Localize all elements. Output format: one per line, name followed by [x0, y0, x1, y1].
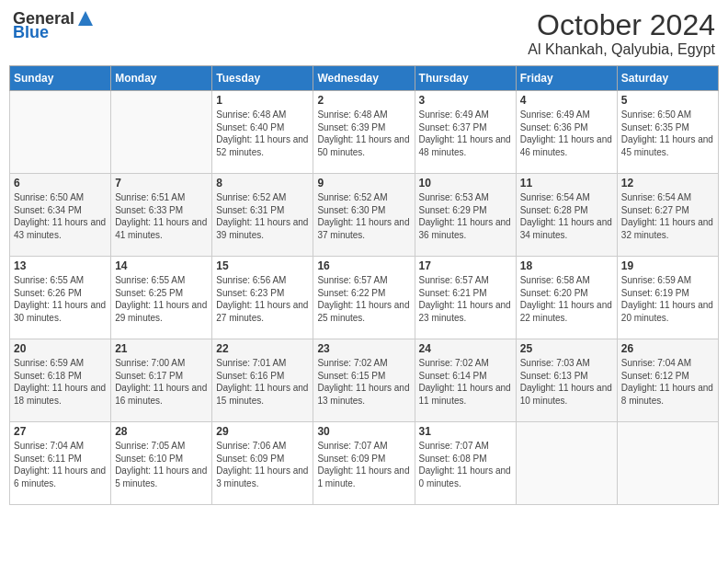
cell-info: Sunrise: 7:04 AM Sunset: 6:11 PM Dayligh… [14, 440, 107, 489]
cell-info: Sunrise: 6:49 AM Sunset: 6:36 PM Dayligh… [520, 109, 613, 158]
calendar-cell: 5 Sunrise: 6:50 AM Sunset: 6:35 PM Dayli… [617, 91, 718, 174]
header-monday: Monday [111, 66, 212, 91]
header-sunday: Sunday [10, 66, 111, 91]
calendar-cell: 22 Sunrise: 7:01 AM Sunset: 6:16 PM Dayl… [212, 339, 313, 422]
cell-info: Sunrise: 7:02 AM Sunset: 6:14 PM Dayligh… [419, 357, 512, 407]
cell-info: Sunrise: 6:52 AM Sunset: 6:30 PM Dayligh… [317, 191, 410, 241]
cell-info: Sunrise: 6:59 AM Sunset: 6:19 PM Dayligh… [621, 274, 714, 324]
header-thursday: Thursday [415, 66, 516, 91]
day-number: 30 [317, 425, 410, 438]
day-number: 9 [317, 177, 410, 190]
day-number: 17 [419, 259, 512, 272]
cell-info: Sunrise: 6:51 AM Sunset: 6:33 PM Dayligh… [115, 191, 208, 241]
day-number: 8 [216, 177, 309, 190]
calendar-cell: 28 Sunrise: 7:05 AM Sunset: 6:10 PM Dayl… [111, 422, 212, 505]
cell-info: Sunrise: 6:58 AM Sunset: 6:20 PM Dayligh… [520, 274, 613, 324]
day-number: 25 [520, 342, 613, 355]
cell-info: Sunrise: 7:01 AM Sunset: 6:16 PM Dayligh… [216, 357, 309, 407]
calendar-cell: 2 Sunrise: 6:48 AM Sunset: 6:39 PM Dayli… [313, 91, 415, 174]
cell-info: Sunrise: 6:57 AM Sunset: 6:22 PM Dayligh… [317, 274, 410, 324]
cell-info: Sunrise: 6:53 AM Sunset: 6:29 PM Dayligh… [419, 191, 512, 241]
day-number: 16 [317, 259, 410, 272]
week-row-4: 20 Sunrise: 6:59 AM Sunset: 6:18 PM Dayl… [10, 339, 719, 422]
title-block: October 2024 Al Khankah, Qalyubia, Egypt [528, 9, 715, 58]
week-row-5: 27 Sunrise: 7:04 AM Sunset: 6:11 PM Dayl… [10, 422, 719, 505]
cell-info: Sunrise: 6:52 AM Sunset: 6:31 PM Dayligh… [216, 191, 309, 241]
calendar-table: SundayMondayTuesdayWednesdayThursdayFrid… [9, 65, 719, 505]
logo-blue: Blue [13, 24, 95, 40]
calendar-cell: 19 Sunrise: 6:59 AM Sunset: 6:19 PM Dayl… [617, 257, 718, 339]
cell-info: Sunrise: 6:48 AM Sunset: 6:40 PM Dayligh… [216, 109, 309, 158]
day-number: 12 [621, 177, 714, 190]
day-number: 15 [216, 259, 309, 272]
day-number: 11 [520, 177, 613, 190]
cell-info: Sunrise: 7:03 AM Sunset: 6:13 PM Dayligh… [520, 357, 613, 407]
calendar-cell: 10 Sunrise: 6:53 AM Sunset: 6:29 PM Dayl… [415, 174, 516, 257]
cell-info: Sunrise: 7:07 AM Sunset: 6:09 PM Dayligh… [317, 440, 410, 489]
logo-block: General Blue [13, 9, 95, 40]
calendar-cell: 11 Sunrise: 6:54 AM Sunset: 6:28 PM Dayl… [516, 174, 617, 257]
calendar-cell: 26 Sunrise: 7:04 AM Sunset: 6:12 PM Dayl… [617, 339, 718, 422]
day-number: 21 [115, 342, 208, 355]
cell-info: Sunrise: 6:54 AM Sunset: 6:27 PM Dayligh… [621, 191, 714, 241]
day-number: 5 [621, 94, 714, 107]
day-number: 14 [115, 259, 208, 272]
calendar-cell: 8 Sunrise: 6:52 AM Sunset: 6:31 PM Dayli… [212, 174, 313, 257]
cell-info: Sunrise: 6:56 AM Sunset: 6:23 PM Dayligh… [216, 274, 309, 324]
calendar-cell: 23 Sunrise: 7:02 AM Sunset: 6:15 PM Dayl… [313, 339, 415, 422]
day-number: 31 [419, 425, 512, 438]
header-tuesday: Tuesday [212, 66, 313, 91]
day-number: 19 [621, 259, 714, 272]
month-title: October 2024 [528, 9, 715, 41]
day-number: 7 [115, 177, 208, 190]
week-row-2: 6 Sunrise: 6:50 AM Sunset: 6:34 PM Dayli… [10, 174, 719, 257]
day-number: 28 [115, 425, 208, 438]
calendar-cell: 7 Sunrise: 6:51 AM Sunset: 6:33 PM Dayli… [111, 174, 212, 257]
cell-info: Sunrise: 7:00 AM Sunset: 6:17 PM Dayligh… [115, 357, 208, 407]
day-number: 29 [216, 425, 309, 438]
day-number: 26 [621, 342, 714, 355]
calendar-cell: 12 Sunrise: 6:54 AM Sunset: 6:27 PM Dayl… [617, 174, 718, 257]
calendar-cell: 3 Sunrise: 6:49 AM Sunset: 6:37 PM Dayli… [415, 91, 516, 174]
calendar-cell [10, 91, 111, 174]
week-row-3: 13 Sunrise: 6:55 AM Sunset: 6:26 PM Dayl… [10, 257, 719, 339]
day-number: 3 [419, 94, 512, 107]
day-number: 10 [419, 177, 512, 190]
calendar-cell: 30 Sunrise: 7:07 AM Sunset: 6:09 PM Dayl… [313, 422, 415, 505]
cell-info: Sunrise: 6:55 AM Sunset: 6:26 PM Dayligh… [14, 274, 107, 324]
calendar-cell: 21 Sunrise: 7:00 AM Sunset: 6:17 PM Dayl… [111, 339, 212, 422]
calendar-cell [516, 422, 617, 505]
calendar-cell: 29 Sunrise: 7:06 AM Sunset: 6:09 PM Dayl… [212, 422, 313, 505]
calendar-cell: 14 Sunrise: 6:55 AM Sunset: 6:25 PM Dayl… [111, 257, 212, 339]
cell-info: Sunrise: 7:07 AM Sunset: 6:08 PM Dayligh… [419, 440, 512, 489]
calendar-cell: 20 Sunrise: 6:59 AM Sunset: 6:18 PM Dayl… [10, 339, 111, 422]
calendar-cell: 18 Sunrise: 6:58 AM Sunset: 6:20 PM Dayl… [516, 257, 617, 339]
cell-info: Sunrise: 6:50 AM Sunset: 6:35 PM Dayligh… [621, 109, 714, 158]
cell-info: Sunrise: 6:50 AM Sunset: 6:34 PM Dayligh… [14, 191, 107, 241]
day-number: 4 [520, 94, 613, 107]
page-header: General Blue October 2024 Al Khankah, Qa… [9, 9, 719, 58]
day-number: 20 [14, 342, 107, 355]
calendar-cell: 25 Sunrise: 7:03 AM Sunset: 6:13 PM Dayl… [516, 339, 617, 422]
cell-info: Sunrise: 6:55 AM Sunset: 6:25 PM Dayligh… [115, 274, 208, 324]
day-number: 18 [520, 259, 613, 272]
cell-info: Sunrise: 7:06 AM Sunset: 6:09 PM Dayligh… [216, 440, 309, 489]
cell-info: Sunrise: 6:54 AM Sunset: 6:28 PM Dayligh… [520, 191, 613, 241]
day-number: 24 [419, 342, 512, 355]
calendar-cell [111, 91, 212, 174]
cell-info: Sunrise: 7:04 AM Sunset: 6:12 PM Dayligh… [621, 357, 714, 407]
cell-info: Sunrise: 6:49 AM Sunset: 6:37 PM Dayligh… [419, 109, 512, 158]
calendar-cell: 31 Sunrise: 7:07 AM Sunset: 6:08 PM Dayl… [415, 422, 516, 505]
cell-info: Sunrise: 6:48 AM Sunset: 6:39 PM Dayligh… [317, 109, 410, 158]
cell-info: Sunrise: 6:57 AM Sunset: 6:21 PM Dayligh… [419, 274, 512, 324]
location-title: Al Khankah, Qalyubia, Egypt [528, 41, 715, 58]
calendar-cell: 6 Sunrise: 6:50 AM Sunset: 6:34 PM Dayli… [10, 174, 111, 257]
calendar-cell: 13 Sunrise: 6:55 AM Sunset: 6:26 PM Dayl… [10, 257, 111, 339]
day-number: 6 [14, 177, 107, 190]
logo: General Blue [13, 9, 95, 40]
day-number: 1 [216, 94, 309, 107]
calendar-cell: 24 Sunrise: 7:02 AM Sunset: 6:14 PM Dayl… [415, 339, 516, 422]
week-row-1: 1 Sunrise: 6:48 AM Sunset: 6:40 PM Dayli… [10, 91, 719, 174]
cell-info: Sunrise: 7:05 AM Sunset: 6:10 PM Dayligh… [115, 440, 208, 489]
cell-info: Sunrise: 6:59 AM Sunset: 6:18 PM Dayligh… [14, 357, 107, 407]
